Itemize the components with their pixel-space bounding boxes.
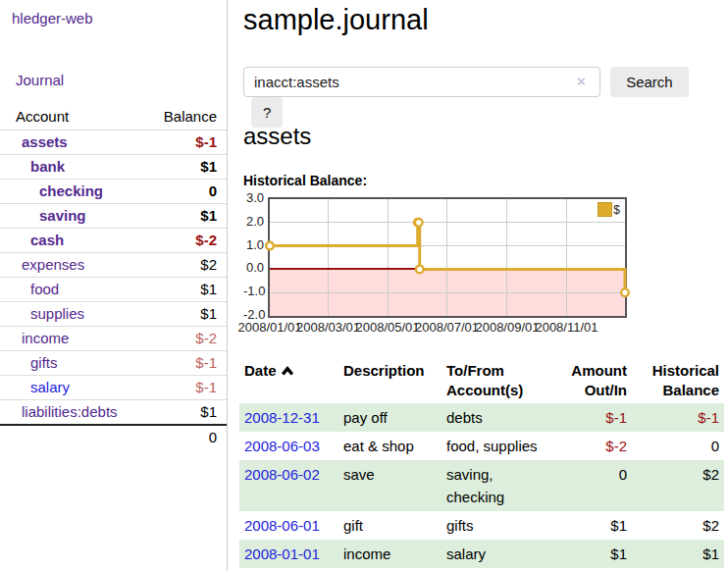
main-content: sample.journal × Search ? assets Histori… [228, 0, 728, 571]
transaction-row: 2008-06-01 gift gifts $1 $2 [239, 511, 724, 540]
account-row-food: food $1 [0, 278, 227, 302]
transaction-amount: $1 [557, 511, 632, 540]
y-axis-tick-label: -1.0 [243, 284, 264, 298]
account-row-assets: assets $-1 [0, 130, 227, 155]
transaction-amount: $1 [557, 540, 632, 568]
legend-label: $ [613, 203, 620, 217]
date-header-label: Date [244, 362, 277, 379]
account-link-saving[interactable]: saving [39, 207, 86, 224]
y-axis-tick-label: 2.0 [243, 214, 264, 229]
accounts-header-row: Account Balance [0, 104, 227, 130]
chart-title: Historical Balance: [243, 173, 728, 188]
transaction-row: 2008-06-03 eat & shop food, supplies $-2… [239, 432, 724, 460]
transaction-date-link[interactable]: 2008-06-03 [244, 438, 320, 454]
transaction-accounts: saving, checking [442, 460, 557, 511]
accounts-header-line1: To/From [446, 361, 552, 381]
search-button[interactable]: Search [610, 67, 689, 97]
balance-header-line2: Balance [637, 381, 719, 400]
page-title: sample.journal [243, 4, 728, 36]
sidebar-item-journal[interactable]: Journal [16, 72, 227, 88]
accounts-table: Account Balance assets $-1 bank $1 check… [0, 104, 227, 449]
account-link-food[interactable]: food [30, 281, 59, 297]
account-balance: 0 [140, 180, 227, 204]
search-input[interactable] [243, 67, 600, 97]
chart-data-point [415, 219, 423, 227]
accounts-total-value: 0 [140, 425, 227, 449]
account-row-salary: salary $-1 [0, 376, 227, 400]
y-axis-tick-label: 0.0 [243, 260, 264, 275]
account-balance: $-1 [140, 376, 227, 400]
chart-plot-area: $ [268, 197, 627, 318]
register-header-date[interactable]: Date [239, 358, 338, 403]
account-row-income: income $-2 [0, 327, 227, 351]
register-header-row: Date Description To/From Account(s) Amou… [239, 358, 724, 403]
account-balance: $1 [140, 400, 227, 426]
account-link-supplies[interactable]: supplies [30, 305, 84, 322]
transaction-date-link[interactable]: 2008-06-02 [244, 466, 320, 483]
transaction-row: 2008-06-02 save saving, checking 0 $2 [239, 460, 724, 511]
transaction-description: eat & shop [338, 432, 442, 460]
transaction-accounts: food, supplies [442, 432, 557, 460]
transaction-description: pay off [338, 403, 442, 432]
balance-header-line1: Historical [637, 361, 719, 381]
account-balance: $-2 [140, 327, 227, 351]
account-link-salary[interactable]: salary [30, 379, 70, 395]
account-link-liabilities-debts[interactable]: liabilities:debts [22, 403, 118, 420]
help-button[interactable]: ? [251, 97, 283, 128]
transaction-balance: $-1 [632, 403, 724, 432]
register-table: Date Description To/From Account(s) Amou… [239, 358, 724, 568]
account-row-liabilities-debts: liabilities:debts $1 [0, 400, 227, 426]
account-row-expenses: expenses $2 [0, 253, 227, 278]
register-header-balance: Historical Balance [632, 358, 724, 403]
account-heading: assets [243, 123, 728, 150]
account-link-checking[interactable]: checking [39, 182, 103, 199]
clear-search-icon[interactable]: × [577, 73, 586, 90]
transaction-date-link[interactable]: 2008-01-01 [244, 545, 320, 562]
transaction-date-link[interactable]: 2008-12-31 [244, 409, 320, 426]
balance-chart: $ 3.02.01.00.0-1.0-2.02008/01/012008/03/… [243, 197, 728, 339]
x-axis-tick-label: 2008/09/01 [475, 320, 539, 335]
transaction-balance: $1 [632, 540, 724, 568]
transaction-description: save [338, 460, 442, 511]
x-axis-tick-label: 2008/05/01 [355, 320, 419, 335]
account-row-cash: cash $-2 [0, 229, 227, 253]
account-link-gifts[interactable]: gifts [30, 354, 58, 371]
y-axis-tick-label: 1.0 [243, 237, 264, 252]
register-header-amount: Amount Out/In [557, 358, 632, 403]
account-row-gifts: gifts $-1 [0, 351, 227, 376]
transaction-amount: 0 [557, 460, 632, 511]
y-axis-tick-label: 3.0 [243, 190, 264, 205]
brand-link[interactable]: hledger-web [12, 10, 227, 26]
x-axis-tick-label: 2008/01/01 [237, 320, 301, 335]
account-link-cash[interactable]: cash [30, 232, 64, 248]
account-link-bank[interactable]: bank [30, 158, 65, 175]
legend-swatch-icon [598, 202, 612, 217]
chart-series [270, 199, 625, 316]
sort-ascending-icon [281, 365, 294, 376]
chart-data-point [266, 242, 274, 250]
x-axis-tick-label: 2008/11/01 [535, 320, 598, 335]
transaction-balance: $2 [632, 511, 724, 540]
account-link-expenses[interactable]: expenses [22, 256, 84, 273]
register-header-accounts: To/From Account(s) [442, 358, 557, 403]
search-form: × Search ? [243, 67, 728, 98]
transaction-balance: $2 [632, 460, 724, 511]
chart-data-point [621, 288, 629, 296]
sidebar: hledger-web Journal Account Balance asse… [0, 0, 228, 571]
account-row-saving: saving $1 [0, 204, 227, 229]
accounts-total-row: 0 [0, 425, 227, 449]
amount-header-line1: Amount [562, 361, 627, 381]
accounts-header-line2: Account(s) [446, 381, 552, 400]
accounts-header-balance: Balance [140, 104, 227, 130]
transaction-description: gift [338, 511, 442, 540]
account-link-income[interactable]: income [22, 330, 69, 346]
register-header-description: Description [338, 358, 442, 403]
account-balance: $1 [140, 204, 227, 229]
account-balance: $-2 [140, 229, 227, 253]
account-link-assets[interactable]: assets [22, 133, 68, 150]
chart-data-point [416, 266, 424, 274]
transaction-accounts: gifts [442, 511, 557, 540]
chart-legend: $ [598, 202, 620, 217]
transaction-accounts: salary [442, 540, 557, 568]
transaction-date-link[interactable]: 2008-06-01 [244, 517, 320, 534]
